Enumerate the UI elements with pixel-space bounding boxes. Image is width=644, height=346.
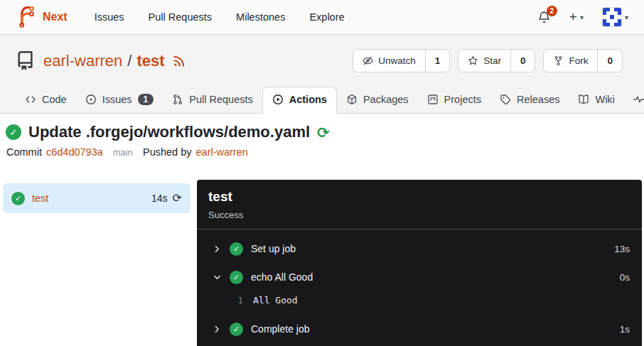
step-name: Complete job (251, 323, 310, 335)
avatar (602, 7, 622, 27)
tab-label: Pull Requests (189, 94, 252, 105)
step-duration: 13s (614, 244, 630, 254)
repo-owner-link[interactable]: earl-warren (43, 52, 122, 70)
home-link[interactable]: Next (16, 6, 68, 28)
tab-packages[interactable]: Packages (337, 87, 418, 113)
commit-line: Commit c6d4d0793a main Pushed by earl-wa… (6, 146, 644, 158)
unwatch-label: Unwatch (378, 55, 416, 66)
job-status: Success (208, 210, 630, 220)
star-button[interactable]: Star (458, 50, 510, 72)
job-duration: 14s (151, 193, 168, 204)
refresh-icon[interactable]: ⟳ (173, 193, 182, 204)
tab-label: Actions (289, 94, 327, 105)
repo-tabs: Code Issues 1 Pull Requests (0, 85, 644, 114)
top-navbar: Next Issues Pull Requests Milestones Exp… (0, 0, 644, 35)
step-success-check-icon: ✓ (230, 271, 243, 284)
notifications-button[interactable]: 2 (537, 11, 551, 24)
tab-actions[interactable]: Actions (262, 87, 337, 114)
issue-icon (85, 94, 97, 105)
repo-name-link[interactable]: test (136, 52, 164, 70)
tab-pull-requests[interactable]: Pull Requests (163, 87, 262, 113)
tab-label: Code (42, 94, 67, 105)
watchers-count[interactable]: 1 (425, 50, 450, 72)
watch-button-group: Unwatch 1 (353, 49, 450, 72)
tab-projects[interactable]: Projects (418, 87, 490, 113)
star-icon (468, 55, 478, 66)
stars-count[interactable]: 0 (510, 50, 535, 72)
job-log-header: test Success (197, 180, 642, 229)
job-log-panel: test Success ✓ Set up job 13s ✓ (197, 180, 642, 346)
eye-slash-icon (363, 55, 373, 66)
pull-request-icon (172, 94, 183, 105)
repo-icon (16, 51, 35, 70)
user-menu[interactable]: ▾ (602, 7, 628, 27)
step-name: echo All Good (251, 271, 313, 283)
package-icon (346, 94, 358, 105)
forks-count[interactable]: 0 (597, 50, 622, 72)
tab-wiki[interactable]: Wiki (569, 87, 623, 113)
notification-count-badge: 2 (547, 6, 557, 16)
rss-icon[interactable] (173, 55, 186, 67)
repo-header: earl-warren / test Unwatch 1 (0, 35, 644, 114)
step-duration: 1s (620, 324, 630, 335)
tag-icon (500, 94, 511, 105)
nav-issues[interactable]: Issues (85, 6, 134, 28)
fork-button[interactable]: Fork (544, 50, 597, 72)
forgejo-logo (16, 6, 37, 28)
step-success-check-icon: ✓ (230, 323, 243, 336)
tab-label: Projects (444, 94, 481, 105)
branch-label: main (113, 147, 133, 158)
breadcrumb-separator: / (127, 52, 132, 70)
job-steps: ✓ Set up job 13s ✓ echo All Good 0s 1 Al… (197, 229, 642, 343)
star-button-group: Star 0 (458, 49, 535, 72)
step-duration: 0s (620, 272, 630, 283)
tab-label: Packages (363, 94, 409, 105)
job-name: test (32, 193, 48, 204)
star-label: Star (483, 55, 501, 66)
unwatch-button[interactable]: Unwatch (353, 50, 425, 72)
chevron-right-icon (213, 325, 222, 334)
create-new-menu[interactable]: + ▾ (569, 9, 584, 25)
fork-icon (553, 55, 564, 66)
step-complete-job[interactable]: ✓ Complete job 1s (197, 315, 642, 343)
step-name: Set up job (251, 243, 296, 254)
tab-label: Wiki (595, 94, 614, 105)
tab-activity[interactable]: Activity (624, 87, 644, 113)
wiki-book-icon (578, 94, 589, 105)
nav-pull-requests[interactable]: Pull Requests (139, 6, 222, 28)
tab-label: Issues (102, 94, 132, 105)
pushed-by-label: Pushed by (143, 146, 192, 158)
project-icon (427, 94, 439, 105)
fork-label: Fork (569, 55, 588, 66)
chevron-down-icon: ▾ (625, 13, 628, 21)
issues-count-badge: 1 (138, 94, 154, 105)
job-detail-name: test (208, 189, 630, 205)
chevron-right-icon (213, 244, 222, 254)
brand-label[interactable]: Next (43, 11, 68, 23)
step-setup-job[interactable]: ✓ Set up job 13s (197, 234, 642, 263)
commit-sha-link[interactable]: c6d4d0793a (46, 146, 103, 158)
log-line-number: 1 (233, 295, 243, 306)
rerun-icon[interactable]: ⟳ (317, 125, 330, 140)
plus-icon: + (569, 9, 577, 25)
activity-pulse-icon (633, 94, 644, 105)
nav-explore[interactable]: Explore (299, 6, 354, 28)
chevron-down-icon (213, 273, 222, 282)
breadcrumb: earl-warren / test (43, 52, 186, 70)
job-list-item-test[interactable]: ✓ test 14s ⟳ (3, 183, 190, 213)
jobs-sidebar: ✓ test 14s ⟳ (0, 180, 197, 346)
commit-label: Commit (6, 146, 42, 158)
play-circle-icon (272, 94, 284, 105)
tab-code[interactable]: Code (16, 87, 76, 113)
step-success-check-icon: ✓ (230, 242, 243, 256)
tab-label: Releases (517, 94, 559, 105)
run-title-row: ✓ Update .forgejo/workflows/demo.yaml ⟳ (6, 123, 644, 141)
tab-releases[interactable]: Releases (490, 87, 569, 113)
step-echo-all-good[interactable]: ✓ echo All Good 0s (197, 263, 642, 291)
pusher-link[interactable]: earl-warren (196, 146, 248, 158)
nav-milestones[interactable]: Milestones (226, 6, 295, 28)
success-check-icon: ✓ (6, 124, 21, 140)
run-title: Update .forgejo/workflows/demo.yaml (28, 123, 310, 141)
code-icon (25, 94, 36, 105)
tab-issues[interactable]: Issues 1 (76, 87, 163, 113)
